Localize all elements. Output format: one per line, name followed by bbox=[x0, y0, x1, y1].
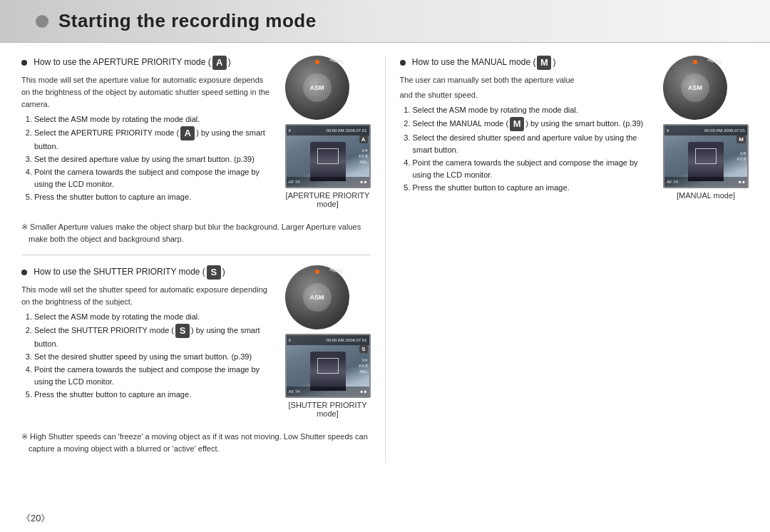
manual-steps: Select the ASM mode by rotating the mode… bbox=[400, 104, 652, 194]
manual-lcd-top: 9 00:00 AM 2006.07.01 bbox=[664, 126, 747, 135]
manual-lcd-screen: 9 00:00 AM 2006.07.01 M 1/4 F2.8 bbox=[663, 124, 749, 188]
shutter-badge-inline: S bbox=[175, 324, 190, 338]
manual-step-4: Point the camera towards the subject and… bbox=[413, 157, 652, 181]
shutter-dial: AUTO ASM bbox=[285, 265, 349, 329]
dial-auto-label: AUTO bbox=[329, 57, 344, 66]
aperture-dial: AUTO ASM bbox=[285, 56, 349, 120]
manual-bullet-icon bbox=[400, 60, 406, 66]
shutter-screen-caption: [SHUTTER PRIORITY mode] bbox=[288, 401, 366, 418]
aperture-screen-caption: [APERTURE PRIORITY mode] bbox=[286, 191, 370, 208]
shutter-step-1: Select the ASM mode by rotating the mode… bbox=[34, 311, 274, 323]
manual-step-1: Select the ASM mode by rotating the mode… bbox=[413, 104, 652, 116]
aperture-bullet-icon bbox=[21, 60, 27, 66]
shutter-step-3: Set the desired shutter speed by using t… bbox=[34, 351, 274, 363]
manual-step-2: Select the MANUAL mode (M) by using the … bbox=[413, 117, 652, 131]
aperture-lcd-screen: 9 00:00 AM 2006.07.01 A 1/4 F2.8 AEL bbox=[285, 124, 371, 188]
aperture-text-block: How to use the APERTURE PRIORITY mode (A… bbox=[21, 56, 274, 206]
shutter-badge: S bbox=[207, 265, 221, 280]
shutter-title: How to use the SHUTTER PRIORITY mode (S) bbox=[21, 265, 274, 280]
aperture-step-4: Point the camera towards the subject and… bbox=[34, 166, 274, 190]
aperture-badge: A bbox=[212, 56, 227, 70]
shutter-lcd-top: 9 00:00 AM 2006.07.01 bbox=[287, 335, 369, 345]
shutter-description: This mode will set the shutter speed for… bbox=[21, 284, 274, 308]
manual-description-2: and the shutter speed. bbox=[400, 89, 652, 101]
aperture-lcd-focus-box bbox=[317, 148, 339, 164]
manual-dial: AUTO ASM bbox=[663, 56, 727, 120]
dial-dot-icon bbox=[315, 60, 319, 64]
shutter-lcd-photo: 9 00:00 AM 2006.07.01 S 1/4 F2.8 AEL bbox=[287, 335, 369, 397]
aperture-step-3: Set the desired aperture value by using … bbox=[34, 153, 274, 165]
shutter-step-5: Press the shutter button to capture an i… bbox=[34, 389, 274, 401]
shutter-dial-asm-label: ASM bbox=[310, 294, 324, 301]
aperture-lcd-top: 9 00:00 AM 2006.07.01 bbox=[287, 126, 369, 135]
dial-asm-label: ASM bbox=[310, 84, 324, 91]
manual-dial-wrapper: How to use the MANUAL mode (M) The user … bbox=[400, 56, 749, 207]
manual-lcd-right-bar: 1/4 F2.8 bbox=[737, 140, 746, 173]
shutter-step-4: Point the camera towards the subject and… bbox=[34, 364, 274, 388]
aperture-steps: Select the ASM mode by rotating the mode… bbox=[21, 113, 274, 203]
manual-text-block: How to use the MANUAL mode (M) The user … bbox=[400, 56, 652, 197]
aperture-dial-area: AUTO ASM 9 00:00 AM 2006.07 bbox=[285, 56, 371, 215]
manual-dial-area: AUTO ASM 9 00:00 AM 2006.07.01 bbox=[663, 56, 749, 207]
manual-dial-auto-label: AUTO bbox=[707, 57, 722, 66]
shutter-dial-area: AUTO ASM 9 00:00 AM 2006.07.01 bbox=[285, 265, 371, 425]
aperture-lcd-bottom: AF 7# ■ ■ bbox=[287, 177, 369, 187]
shutter-lcd-bottom: AF 7# ■ ■ bbox=[287, 387, 369, 397]
manual-screen-caption: [MANUAL mode] bbox=[677, 191, 735, 200]
left-column: How to use the APERTURE PRIORITY mode (A… bbox=[21, 56, 385, 463]
aperture-step-2: Select the APERTURE PRIORITY mode (A) by… bbox=[34, 126, 274, 153]
shutter-lcd-right-bar: 1/4 F2.8 AEL bbox=[359, 349, 367, 382]
shutter-dial-auto-label: AUTO bbox=[329, 267, 344, 275]
shutter-steps: Select the ASM mode by rotating the mode… bbox=[21, 311, 274, 401]
aperture-dial-wrapper: How to use the APERTURE PRIORITY mode (A… bbox=[21, 56, 371, 215]
page-header: Starting the recording mode bbox=[0, 0, 770, 43]
manual-dial-asm-label: ASM bbox=[688, 84, 702, 91]
page-title: Starting the recording mode bbox=[58, 10, 317, 32]
aperture-note: Smaller Aperture values make the object … bbox=[21, 221, 371, 245]
aperture-description: This mode will set the aperture value fo… bbox=[21, 74, 274, 111]
right-column: How to use the MANUAL mode (M) The user … bbox=[385, 56, 749, 463]
shutter-lcd-screen: 9 00:00 AM 2006.07.01 S 1/4 F2.8 AEL bbox=[285, 334, 371, 398]
page-number: 《20》 bbox=[21, 512, 50, 525]
manual-section: How to use the MANUAL mode (M) The user … bbox=[400, 56, 749, 207]
manual-lcd-photo: 9 00:00 AM 2006.07.01 M 1/4 F2.8 bbox=[664, 126, 747, 187]
manual-lcd-bottom: AF 7# ■ ■ bbox=[664, 177, 747, 187]
shutter-dial-wrapper: How to use the SHUTTER PRIORITY mode (S)… bbox=[21, 265, 371, 425]
aperture-step-5: Press the shutter button to capture an i… bbox=[34, 191, 274, 203]
manual-dial-dot-icon bbox=[693, 60, 697, 64]
shutter-screen-area: 9 00:00 AM 2006.07.01 S 1/4 F2.8 AEL bbox=[285, 334, 371, 418]
shutter-note: High Shutter speeds can 'freeze' a movin… bbox=[21, 431, 371, 454]
section-divider-left bbox=[21, 255, 371, 255]
header-bullet-icon bbox=[36, 15, 48, 28]
aperture-step-1: Select the ASM mode by rotating the mode… bbox=[34, 113, 274, 126]
manual-badge: M bbox=[537, 56, 551, 70]
aperture-title: How to use the APERTURE PRIORITY mode (A… bbox=[21, 56, 274, 70]
manual-step-3: Select the desired shutter speed and ape… bbox=[413, 132, 652, 156]
aperture-lcd-photo: 9 00:00 AM 2006.07.01 A 1/4 F2.8 AEL bbox=[287, 126, 369, 187]
shutter-section: How to use the SHUTTER PRIORITY mode (S)… bbox=[21, 265, 371, 454]
aperture-screen-area: 9 00:00 AM 2006.07.01 A 1/4 F2.8 AEL bbox=[285, 124, 371, 208]
manual-step-5: Press the shutter button to capture an i… bbox=[413, 182, 652, 194]
manual-description-1: The user can manually set both the apert… bbox=[400, 74, 652, 86]
manual-lcd-focus-box bbox=[695, 148, 717, 164]
aperture-lcd-right-bar: 1/4 F2.8 AEL bbox=[359, 140, 367, 173]
shutter-step-2: Select the SHUTTER PRIORITY mode (S) by … bbox=[34, 324, 274, 350]
manual-badge-inline: M bbox=[510, 117, 524, 131]
aperture-section: How to use the APERTURE PRIORITY mode (A… bbox=[21, 56, 371, 245]
shutter-text-block: How to use the SHUTTER PRIORITY mode (S)… bbox=[21, 265, 274, 404]
manual-title: How to use the MANUAL mode (M) bbox=[400, 56, 652, 70]
manual-screen-area: 9 00:00 AM 2006.07.01 M 1/4 F2.8 bbox=[663, 124, 749, 200]
shutter-bullet-icon bbox=[21, 270, 27, 275]
shutter-lcd-focus-box bbox=[317, 358, 339, 374]
main-content: How to use the APERTURE PRIORITY mode (A… bbox=[0, 56, 770, 463]
shutter-dial-dot-icon bbox=[315, 270, 319, 274]
aperture-badge-inline: A bbox=[180, 126, 195, 140]
